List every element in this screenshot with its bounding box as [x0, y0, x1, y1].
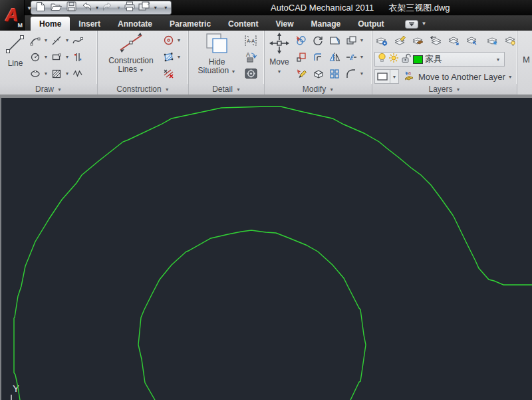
- current-layer-name: 家具: [425, 53, 442, 65]
- construction-area-caret-icon[interactable]: ▼: [176, 55, 182, 59]
- partial-panel-label: M: [523, 55, 530, 65]
- application-menu-caret-icon[interactable]: ▼: [27, 5, 32, 11]
- hide-situation-button[interactable]: HideSituation ▼: [193, 32, 241, 76]
- layer-freeze-button[interactable]: [485, 33, 500, 48]
- layer-previous-button[interactable]: [428, 33, 444, 48]
- tab-view[interactable]: View: [267, 17, 302, 31]
- power-erase-button[interactable]: [294, 67, 309, 81]
- quick-access-toolbar: ▼ ▼ ▼ ▼: [31, 1, 172, 15]
- layer-make-current-button[interactable]: [392, 33, 408, 48]
- panel-title-modify[interactable]: Modify▼: [265, 84, 372, 95]
- panel-title-draw[interactable]: Draw▼: [0, 84, 97, 95]
- window-title: AutoCAD Mechanical 2011 衣架三视图.dwg: [271, 0, 450, 15]
- redo-button[interactable]: [101, 2, 115, 14]
- open-file-button[interactable]: [49, 2, 63, 14]
- circle-button[interactable]: [28, 50, 43, 65]
- customize-qat-caret-icon[interactable]: ▼: [163, 5, 168, 10]
- tab-manage[interactable]: Manage: [303, 17, 350, 31]
- tab-insert[interactable]: Insert: [70, 17, 109, 31]
- construction-line-button[interactable]: [49, 33, 64, 48]
- tab-parametric[interactable]: Parametric: [161, 17, 219, 31]
- copy-button[interactable]: [344, 33, 358, 48]
- multiline-button[interactable]: [70, 50, 85, 65]
- tab-output[interactable]: Output: [349, 17, 392, 31]
- stretch-button[interactable]: [327, 33, 342, 48]
- application-menu-button[interactable]: A M: [0, 0, 25, 31]
- annotation-scale-button[interactable]: A: [243, 50, 258, 65]
- switch-windows-caret-icon[interactable]: ▼: [153, 5, 158, 10]
- arc-dropdown-caret-icon[interactable]: ▼: [43, 38, 49, 43]
- save-floppy-icon: [66, 1, 76, 14]
- ellipse-dropdown-caret-icon[interactable]: ▼: [43, 71, 49, 76]
- layer-unisolate-button[interactable]: [464, 33, 479, 48]
- copy-caret-icon[interactable]: ▼: [358, 38, 365, 43]
- bulb-on-icon[interactable]: [378, 53, 386, 66]
- power-copy-button[interactable]: [294, 33, 309, 48]
- layer-frame-button[interactable]: [374, 69, 390, 84]
- move-to-layer-caret-icon[interactable]: ▼: [508, 75, 513, 79]
- new-file-button[interactable]: [34, 2, 48, 14]
- fillet-button[interactable]: [344, 67, 358, 81]
- break-caret-icon[interactable]: ▼: [358, 55, 365, 59]
- construction-lines-caret-icon[interactable]: ▼: [140, 68, 144, 73]
- inner-spiral-polyline[interactable]: [138, 230, 366, 400]
- tab-annotate[interactable]: Annotate: [109, 17, 161, 31]
- spline-button[interactable]: [70, 33, 85, 48]
- drawing-canvas[interactable]: Y: [0, 98, 532, 400]
- rectangle-dropdown-caret-icon[interactable]: ▼: [64, 55, 70, 59]
- print-button[interactable]: [122, 2, 136, 14]
- layer-isolate-button[interactable]: [446, 33, 462, 48]
- undo-dropdown-caret-icon[interactable]: ▼: [94, 5, 100, 10]
- move-caret-icon[interactable]: ▼: [277, 69, 282, 74]
- scale-button[interactable]: [294, 50, 309, 65]
- circle-dropdown-caret-icon[interactable]: ▼: [43, 55, 49, 59]
- sun-thaw-icon[interactable]: [388, 53, 399, 66]
- save-button[interactable]: [65, 2, 78, 14]
- panel-title-layers[interactable]: Layers▼: [372, 84, 517, 95]
- layer-select-combo[interactable]: 家具 ▼: [374, 52, 505, 67]
- redo-dropdown-caret-icon[interactable]: ▼: [116, 5, 122, 10]
- offset-button[interactable]: [311, 50, 325, 65]
- layer-combo-caret-icon[interactable]: ▼: [495, 57, 501, 62]
- panel-title-detail[interactable]: Detail▼: [189, 84, 264, 95]
- move-to-layer-button[interactable]: a Move to Another Layer ▼: [403, 70, 513, 84]
- section-view-button[interactable]: A-A: [243, 33, 258, 48]
- move-button[interactable]: Move▼: [266, 32, 293, 76]
- switch-windows-button[interactable]: [138, 2, 152, 14]
- break-button[interactable]: [344, 50, 358, 65]
- construction-area-button[interactable]: [161, 50, 176, 65]
- explode-button[interactable]: [311, 67, 325, 81]
- hatch-dropdown-caret-icon[interactable]: ▼: [64, 71, 70, 76]
- construction-line-caret-icon[interactable]: ▼: [64, 38, 70, 43]
- mirror-button[interactable]: [327, 50, 342, 65]
- line-button[interactable]: Line: [3, 32, 28, 68]
- hatch-button[interactable]: [49, 67, 64, 81]
- array-button[interactable]: [327, 67, 342, 81]
- layer-off-button[interactable]: [503, 33, 518, 48]
- ribbon-options-caret-icon[interactable]: ▼: [422, 21, 427, 27]
- freehand-button[interactable]: [70, 67, 85, 81]
- detail-view-button[interactable]: [243, 67, 258, 81]
- tab-content[interactable]: Content: [219, 17, 267, 31]
- fillet-caret-icon[interactable]: ▼: [358, 71, 365, 76]
- arc-button[interactable]: [28, 33, 43, 48]
- ellipse-button[interactable]: [28, 67, 43, 81]
- minimize-ribbon-button[interactable]: [405, 20, 418, 29]
- layer-frame-caret-icon[interactable]: ▼: [390, 69, 399, 84]
- construction-circle-button[interactable]: [161, 33, 176, 48]
- unlock-icon[interactable]: [401, 53, 411, 66]
- rotate-button[interactable]: [311, 33, 325, 48]
- layer-color-swatch[interactable]: [413, 55, 423, 64]
- construction-circle-caret-icon[interactable]: ▼: [176, 38, 182, 43]
- hide-situation-caret-icon[interactable]: ▼: [231, 69, 236, 74]
- panel-title-construction[interactable]: Construction▼: [98, 84, 188, 95]
- layer-match-button[interactable]: [410, 33, 426, 48]
- tab-home[interactable]: Home: [31, 17, 70, 31]
- erase-construction-button[interactable]: [161, 67, 176, 81]
- ellipse-icon: [30, 69, 41, 79]
- rectangle-button[interactable]: [49, 50, 64, 65]
- undo-button[interactable]: [79, 2, 93, 14]
- layer-properties-button[interactable]: [374, 33, 390, 48]
- outer-spiral-polyline[interactable]: [14, 106, 532, 400]
- construction-lines-button[interactable]: ConstructionLines ▼: [104, 32, 158, 75]
